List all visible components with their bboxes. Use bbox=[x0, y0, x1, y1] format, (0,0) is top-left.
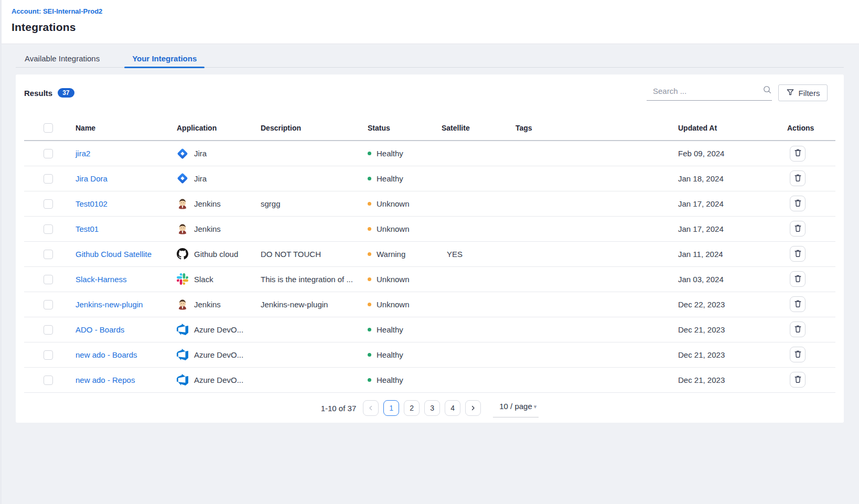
delete-button[interactable] bbox=[790, 170, 806, 186]
row-description: DO NOT TOUCH bbox=[261, 241, 368, 266]
results-label: Results bbox=[24, 89, 52, 98]
status-label: Warning bbox=[377, 250, 405, 259]
account-link[interactable]: Account: SEI-Internal-Prod2 bbox=[12, 0, 859, 15]
select-all-checkbox[interactable] bbox=[44, 123, 53, 133]
row-tags bbox=[516, 342, 678, 367]
jira-icon bbox=[177, 173, 188, 184]
delete-button[interactable] bbox=[790, 347, 806, 362]
row-satellite: YES bbox=[442, 241, 516, 266]
row-tags bbox=[516, 216, 678, 241]
status-dot bbox=[368, 328, 371, 331]
pagination-page-3[interactable]: 3 bbox=[424, 400, 440, 416]
tab-available-integrations[interactable]: Available Integrations bbox=[17, 47, 108, 67]
row-checkbox[interactable] bbox=[44, 325, 53, 335]
row-satellite bbox=[442, 216, 516, 241]
jenkins-icon bbox=[177, 298, 188, 310]
row-satellite bbox=[442, 292, 516, 317]
column-header-updated-at: Updated At bbox=[678, 116, 787, 141]
status-dot bbox=[368, 152, 371, 155]
column-header-name: Name bbox=[76, 116, 177, 141]
integration-name-link[interactable]: Jira Dora bbox=[76, 174, 108, 183]
table-row: ADO - Boards Azure DevO... Healthy Dec 2… bbox=[24, 317, 835, 342]
integration-name-link[interactable]: Jenkins-new-plugin bbox=[76, 300, 143, 309]
delete-button[interactable] bbox=[790, 196, 806, 211]
app-label: Github cloud bbox=[194, 250, 238, 259]
row-description: Jenkins-new-plugin bbox=[261, 292, 368, 317]
integration-name-link[interactable]: Test0102 bbox=[76, 199, 108, 208]
row-updated-at: Jan 17, 2024 bbox=[678, 216, 787, 241]
integration-name-link[interactable]: Slack-Harness bbox=[76, 275, 127, 284]
row-tags bbox=[516, 367, 678, 392]
app-label: Slack bbox=[194, 275, 213, 284]
status-label: Healthy bbox=[377, 149, 403, 158]
delete-button[interactable] bbox=[790, 246, 806, 262]
status-dot bbox=[368, 353, 371, 357]
status-label: Healthy bbox=[377, 325, 403, 334]
trash-icon bbox=[794, 375, 802, 385]
delete-button[interactable] bbox=[790, 271, 806, 287]
row-checkbox[interactable] bbox=[44, 376, 53, 385]
app-label: Jenkins bbox=[194, 224, 221, 233]
integrations-table: Name Application Description Status Sate… bbox=[24, 116, 835, 393]
row-checkbox[interactable] bbox=[44, 149, 53, 158]
row-checkbox[interactable] bbox=[44, 250, 53, 259]
pagination-page-2[interactable]: 2 bbox=[404, 400, 420, 416]
delete-button[interactable] bbox=[790, 372, 806, 388]
integration-name-link[interactable]: ADO - Boards bbox=[76, 325, 124, 334]
pagination: 1-10 of 37 1 2 3 4 10 / page ▾ bbox=[24, 400, 835, 417]
column-header-application: Application bbox=[177, 116, 261, 141]
table-row: Jira Dora Jira Healthy Jan 18, 2024 bbox=[24, 166, 835, 191]
row-description bbox=[261, 166, 368, 191]
row-checkbox[interactable] bbox=[44, 199, 53, 209]
status-dot bbox=[368, 277, 371, 281]
search-box bbox=[647, 85, 772, 101]
app-label: Azure DevO... bbox=[194, 325, 243, 334]
tabs-bar: Available Integrations Your Integrations bbox=[0, 44, 859, 68]
column-header-satellite: Satellite bbox=[442, 116, 516, 141]
search-input[interactable] bbox=[647, 87, 763, 95]
azure-icon bbox=[177, 324, 188, 335]
left-edge-strip bbox=[0, 0, 2, 504]
delete-button[interactable] bbox=[790, 321, 806, 337]
status-label: Unknown bbox=[377, 199, 410, 208]
row-checkbox[interactable] bbox=[44, 300, 53, 309]
slack-icon bbox=[177, 273, 188, 285]
delete-button[interactable] bbox=[790, 221, 806, 237]
row-description bbox=[261, 317, 368, 342]
pagination-page-1[interactable]: 1 bbox=[383, 400, 399, 416]
integrations-card: Results 37 Filters bbox=[16, 74, 844, 423]
app-label: Jenkins bbox=[194, 199, 221, 208]
tab-your-integrations[interactable]: Your Integrations bbox=[124, 47, 205, 67]
integration-name-link[interactable]: Test01 bbox=[76, 224, 99, 233]
row-checkbox[interactable] bbox=[44, 350, 53, 360]
page-size-select[interactable]: 10 / page ▾ bbox=[493, 399, 539, 417]
row-tags bbox=[516, 141, 678, 166]
trash-icon bbox=[794, 325, 802, 335]
row-checkbox[interactable] bbox=[44, 224, 53, 234]
row-satellite bbox=[442, 317, 516, 342]
pagination-next-button[interactable] bbox=[465, 400, 481, 416]
row-description bbox=[261, 342, 368, 367]
app-label: Jira bbox=[194, 149, 207, 158]
filter-icon bbox=[786, 88, 794, 98]
azure-icon bbox=[177, 349, 188, 360]
filters-button[interactable]: Filters bbox=[778, 84, 828, 101]
page-title: Integrations bbox=[12, 21, 859, 34]
row-checkbox[interactable] bbox=[44, 275, 53, 284]
delete-button[interactable] bbox=[790, 146, 806, 162]
jenkins-icon bbox=[177, 223, 188, 234]
integration-name-link[interactable]: new ado - Repos bbox=[76, 376, 135, 384]
row-updated-at: Jan 17, 2024 bbox=[678, 191, 787, 216]
integration-name-link[interactable]: new ado - Boards bbox=[76, 350, 137, 359]
row-satellite bbox=[442, 342, 516, 367]
column-header-status: Status bbox=[368, 116, 442, 141]
delete-button[interactable] bbox=[790, 296, 806, 312]
row-checkbox[interactable] bbox=[44, 174, 53, 184]
app-label: Azure DevO... bbox=[194, 376, 243, 384]
integration-name-link[interactable]: Github Cloud Satellite bbox=[76, 250, 152, 259]
row-description: This is the integration of ... bbox=[261, 266, 368, 292]
pagination-prev-button[interactable] bbox=[363, 400, 379, 416]
integration-name-link[interactable]: jira2 bbox=[76, 149, 90, 158]
pagination-page-4[interactable]: 4 bbox=[445, 400, 460, 416]
column-header-tags: Tags bbox=[516, 116, 678, 141]
